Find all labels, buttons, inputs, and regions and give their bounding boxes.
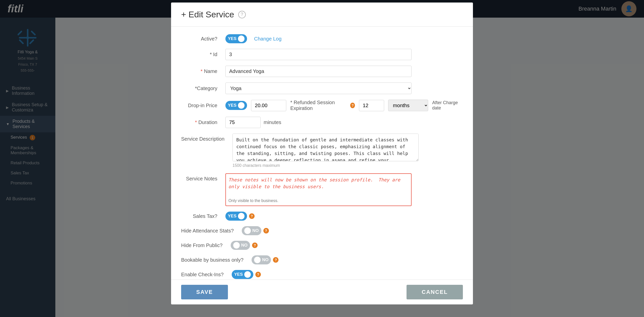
dropin-label: Drop-in Price bbox=[181, 103, 221, 108]
months-select[interactable]: months days weeks bbox=[388, 100, 428, 111]
edit-service-modal: + Edit Service ? Active? YES Change Log bbox=[171, 3, 473, 304]
hide-attendance-row: Hide Attendance Stats? NO ? bbox=[181, 226, 463, 235]
name-label: Name bbox=[181, 68, 221, 74]
bookable-toggle[interactable]: NO bbox=[252, 255, 271, 264]
save-button[interactable]: SAVE bbox=[181, 285, 228, 299]
hide-public-help-icon[interactable]: ? bbox=[252, 243, 258, 248]
checkins-label: Enable Check-Ins? bbox=[181, 272, 228, 278]
dropin-row: Drop-in Price YES * Refunded Session Exp… bbox=[181, 100, 463, 111]
notes-row: Service Notes These notes will now be sh… bbox=[181, 173, 463, 206]
dropin-controls: YES * Refunded Session Expiration ? mont… bbox=[225, 100, 463, 111]
refunded-label-group: * Refunded Session Expiration ? bbox=[290, 100, 355, 111]
category-row: *Category Yoga Pilates Fitness Dance bbox=[181, 83, 463, 94]
bookable-help-icon[interactable]: ? bbox=[273, 257, 278, 263]
duration-label: Duration bbox=[181, 120, 221, 125]
toggle-knob bbox=[238, 35, 245, 42]
hide-public-label: Hide From Public? bbox=[181, 243, 227, 248]
modal-header: + Edit Service ? bbox=[171, 3, 473, 27]
id-row: * Id bbox=[181, 49, 463, 60]
modal-title: + Edit Service bbox=[181, 10, 234, 19]
notes-label: Service Notes bbox=[181, 173, 221, 182]
category-label: *Category bbox=[181, 86, 221, 91]
bookable-label: Bookable by business only? bbox=[181, 257, 248, 263]
checkins-help-icon[interactable]: ? bbox=[255, 272, 261, 277]
active-toggle[interactable]: YES bbox=[225, 34, 247, 43]
sales-tax-toggle[interactable]: YES bbox=[225, 212, 247, 221]
hide-attendance-label: Hide Attendance Stats? bbox=[181, 228, 238, 234]
id-field[interactable] bbox=[225, 49, 412, 60]
duration-controls: minutes bbox=[225, 117, 281, 128]
modal-overlay: + Edit Service ? Active? YES Change Log bbox=[0, 0, 644, 317]
active-label: Active? bbox=[181, 36, 221, 42]
char-limit: 1500 characters maximum bbox=[232, 163, 419, 168]
category-select[interactable]: Yoga Pilates Fitness Dance bbox=[225, 83, 412, 94]
notes-container: These notes will now be shown on the ses… bbox=[225, 173, 412, 206]
hide-attendance-help-icon[interactable]: ? bbox=[263, 228, 269, 233]
description-row: Service Description Built on the foundat… bbox=[181, 134, 463, 168]
active-toggle-label: YES bbox=[228, 36, 236, 41]
duration-row: Duration minutes bbox=[181, 117, 463, 128]
checkins-toggle[interactable]: YES bbox=[232, 270, 253, 279]
sales-tax-label: Sales Tax? bbox=[181, 213, 221, 219]
checkins-row: Enable Check-Ins? YES ? bbox=[181, 270, 463, 279]
refunded-value-field[interactable] bbox=[359, 100, 384, 111]
sales-tax-help-icon[interactable]: ? bbox=[249, 213, 255, 219]
dropin-toggle-knob bbox=[238, 102, 245, 109]
notes-textarea[interactable]: These notes will now be shown on the ses… bbox=[228, 176, 409, 196]
modal-body: Active? YES Change Log * Id Name bbox=[171, 27, 473, 280]
after-charge-label: After Charge date bbox=[432, 100, 463, 111]
refunded-help-icon[interactable]: ? bbox=[350, 103, 355, 108]
name-row: Name bbox=[181, 66, 463, 77]
description-textarea[interactable]: Built on the foundation of gentle and in… bbox=[232, 134, 419, 161]
cancel-button[interactable]: CANCEL bbox=[407, 285, 463, 299]
hide-attendance-toggle[interactable]: NO bbox=[242, 226, 261, 235]
hide-public-row: Hide From Public? NO ? bbox=[181, 241, 463, 250]
dropin-price-field[interactable] bbox=[251, 100, 286, 111]
notes-hint: Only visible to the business. bbox=[228, 199, 409, 203]
help-icon[interactable]: ? bbox=[238, 11, 246, 18]
bookable-row: Bookable by business only? NO ? bbox=[181, 255, 463, 264]
duration-field[interactable] bbox=[225, 117, 261, 128]
modal-footer: SAVE CANCEL bbox=[171, 280, 473, 304]
duration-unit: minutes bbox=[264, 120, 281, 125]
dropin-toggle[interactable]: YES bbox=[225, 101, 247, 110]
change-log-link[interactable]: Change Log bbox=[254, 36, 281, 42]
desc-label: Service Description bbox=[181, 134, 228, 142]
active-row: Active? YES Change Log bbox=[181, 34, 463, 43]
id-label: * Id bbox=[181, 52, 221, 57]
dropin-toggle-label: YES bbox=[228, 103, 236, 108]
name-field[interactable] bbox=[225, 66, 412, 77]
refunded-label-text: * Refunded Session Expiration bbox=[290, 100, 349, 111]
sales-tax-row: Sales Tax? YES ? bbox=[181, 212, 463, 221]
hide-public-toggle[interactable]: NO bbox=[231, 241, 250, 250]
